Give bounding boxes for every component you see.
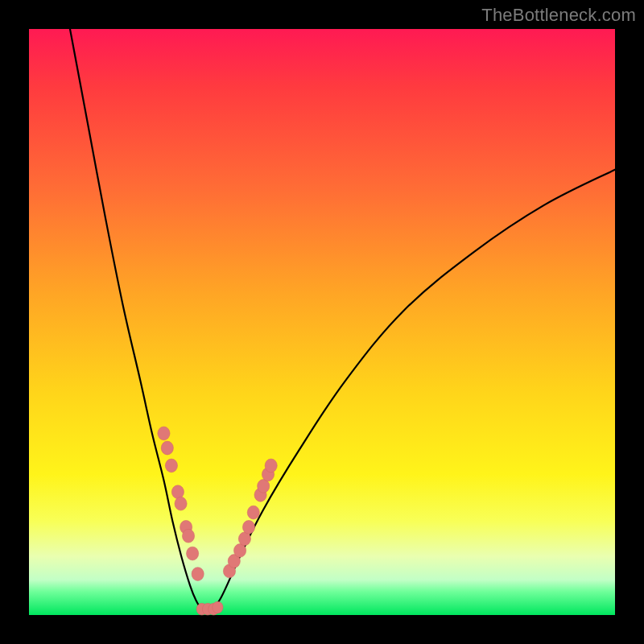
watermark: TheBottleneck.com (481, 5, 636, 26)
curve-marker (247, 506, 259, 519)
curve-markers (158, 427, 277, 615)
curve-marker (213, 601, 223, 613)
bottleneck-curve (70, 29, 615, 610)
curve-marker (182, 529, 194, 543)
curve-marker (233, 544, 246, 558)
curve-marker (158, 427, 170, 440)
curve-marker (242, 520, 254, 534)
curve-marker (161, 441, 173, 455)
curve-marker (165, 459, 177, 473)
curve-marker (171, 485, 184, 499)
curve-marker (265, 459, 277, 473)
curve-marker (238, 532, 250, 546)
curve-svg (29, 29, 615, 615)
curve-marker (258, 479, 270, 493)
plot-area (29, 29, 615, 615)
curve-marker (175, 497, 187, 510)
curve-marker (192, 568, 204, 581)
curve-marker (187, 547, 199, 560)
chart-frame: TheBottleneck.com (0, 0, 644, 644)
